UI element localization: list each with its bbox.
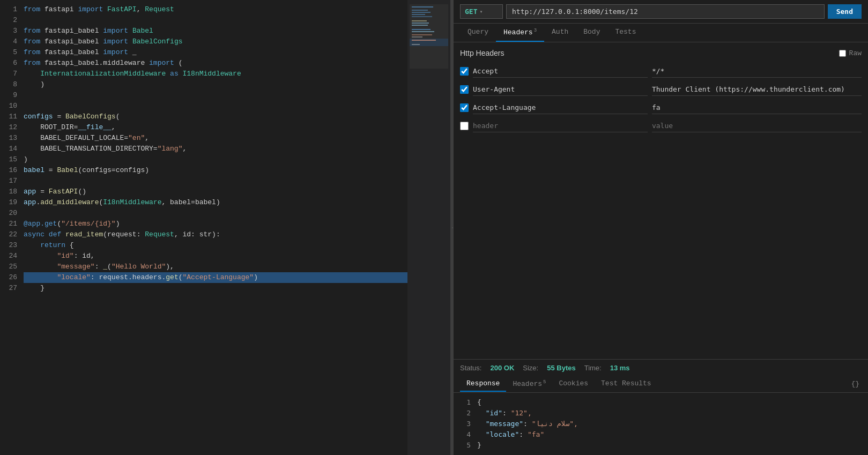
url-input[interactable]: [506, 4, 825, 19]
line-number: 13: [0, 133, 17, 144]
status-label: Status:: [460, 364, 481, 372]
thunder-panel: GET ▾ Send QueryHeaders3AuthBodyTests Ht…: [454, 0, 868, 455]
line-number: 20: [0, 208, 17, 219]
code-line: "id": id,: [24, 251, 440, 262]
svg-rect-6: [412, 20, 427, 21]
send-button[interactable]: Send: [828, 4, 862, 19]
response-line: 4 "locale": "fa": [460, 429, 862, 440]
resp-tab-response[interactable]: Response: [460, 376, 506, 392]
line-number: 3: [0, 26, 17, 36]
header-key-2[interactable]: [473, 101, 648, 114]
header-checkbox-2[interactable]: [460, 103, 469, 112]
headers-title: Http Headers: [460, 49, 504, 57]
line-number: 18: [0, 187, 17, 197]
line-number: 16: [0, 165, 17, 176]
response-line: 3 "message": "سلام دنیا",: [460, 419, 862, 429]
svg-rect-3: [412, 12, 431, 13]
resp-tab-cookies[interactable]: Cookies: [552, 376, 595, 392]
line-number: 11: [0, 111, 17, 122]
raw-checkbox[interactable]: [839, 50, 846, 57]
code-line: [24, 90, 440, 101]
header-value-0[interactable]: [652, 65, 862, 78]
line-number: 25: [0, 262, 17, 272]
code-line: async def read_item(request: Request, id…: [24, 229, 440, 240]
resp-tab-test-results[interactable]: Test Results: [595, 376, 658, 392]
code-line: [24, 15, 440, 26]
editor-content: 1234567891011121314151617181920212223242…: [0, 0, 450, 455]
header-checkbox-0[interactable]: [460, 67, 469, 76]
code-line: configs = BabelConfigs(: [24, 111, 440, 122]
req-tab-headers[interactable]: Headers3: [496, 24, 544, 42]
response-tabs: ResponseHeaders5CookiesTest Results{}: [454, 376, 868, 393]
line-number: 26: [0, 272, 17, 283]
method-text: GET: [465, 8, 477, 16]
header-key-1[interactable]: [473, 83, 648, 96]
headers-list: [460, 64, 862, 133]
svg-rect-7: [412, 23, 429, 24]
code-line: @app.get("/items/{id}"): [24, 219, 440, 229]
header-checkbox-1[interactable]: [460, 85, 469, 94]
header-value-2[interactable]: [652, 101, 862, 114]
line-number: 19: [0, 197, 17, 208]
svg-rect-4: [412, 14, 425, 15]
method-dropdown[interactable]: GET ▾: [460, 4, 503, 19]
response-section: Status: 200 OK Size: 55 Bytes Time: 13 m…: [454, 359, 868, 455]
line-number: 17: [0, 176, 17, 187]
raw-label: Raw: [849, 49, 862, 57]
header-value-3[interactable]: [652, 120, 862, 132]
svg-rect-11: [412, 34, 432, 35]
code-line: return {: [24, 240, 440, 251]
line-number: 23: [0, 240, 17, 251]
minimap-canvas: [410, 4, 448, 69]
code-editor: 1234567891011121314151617181920212223242…: [0, 0, 450, 455]
header-row: [460, 64, 862, 79]
line-number: 8: [0, 79, 17, 90]
svg-rect-2: [412, 10, 428, 11]
req-tab-body[interactable]: Body: [576, 24, 607, 42]
code-line: app = FastAPI(): [24, 187, 440, 197]
header-row: [460, 118, 862, 133]
code-line: ): [24, 154, 440, 165]
code-line: }: [24, 283, 440, 294]
headers-section: Http Headers Raw: [454, 42, 868, 359]
format-icon[interactable]: {}: [849, 377, 862, 391]
code-line: [24, 101, 440, 111]
resp-tab-headers[interactable]: Headers5: [506, 376, 552, 392]
code-line: InternationalizationMiddleware as I18nMi…: [24, 69, 440, 79]
line-number: 1: [0, 4, 17, 15]
code-line: from fastapi_babel import _: [24, 47, 440, 58]
chevron-down-icon: ▾: [479, 9, 483, 14]
svg-rect-1: [412, 6, 433, 8]
code-line: from fastapi import FastAPI, Request: [24, 4, 440, 15]
header-key-3[interactable]: [473, 120, 648, 132]
header-row: [460, 82, 862, 97]
header-checkbox-3[interactable]: [460, 122, 469, 130]
response-status-bar: Status: 200 OK Size: 55 Bytes Time: 13 m…: [454, 360, 868, 376]
response-line: 1{: [460, 397, 862, 408]
code-line: from fastapi_babel import Babel: [24, 26, 440, 36]
response-line: 2 "id": "12",: [460, 408, 862, 419]
line-number: 12: [0, 122, 17, 133]
header-value-1[interactable]: [652, 83, 862, 96]
response-body: 1{2 "id": "12",3 "message": "سلام دنیا",…: [454, 393, 868, 455]
req-tab-auth[interactable]: Auth: [544, 24, 576, 42]
req-tab-query[interactable]: Query: [460, 24, 496, 42]
status-value: 200 OK: [490, 364, 514, 372]
code-line: [24, 208, 440, 219]
code-line: from fastapi_babel.middleware import (: [24, 58, 440, 69]
code-line: BABEL_DEFAULT_LOCALE="en",: [24, 133, 440, 144]
line-number: 2: [0, 15, 17, 26]
line-number: 22: [0, 229, 17, 240]
code-line: app.add_middleware(I18nMiddleware, babel…: [24, 197, 440, 208]
size-value: 55 Bytes: [547, 364, 575, 372]
time-label: Time:: [584, 364, 602, 372]
req-tab-tests[interactable]: Tests: [607, 24, 643, 42]
svg-rect-5: [412, 16, 432, 17]
svg-rect-9: [412, 29, 431, 30]
request-bar: GET ▾ Send: [454, 0, 868, 24]
minimap: [407, 0, 450, 455]
header-key-0[interactable]: [473, 65, 648, 78]
svg-rect-12: [412, 36, 422, 38]
line-numbers: 1234567891011121314151617181920212223242…: [0, 4, 24, 455]
line-number: 6: [0, 58, 17, 69]
